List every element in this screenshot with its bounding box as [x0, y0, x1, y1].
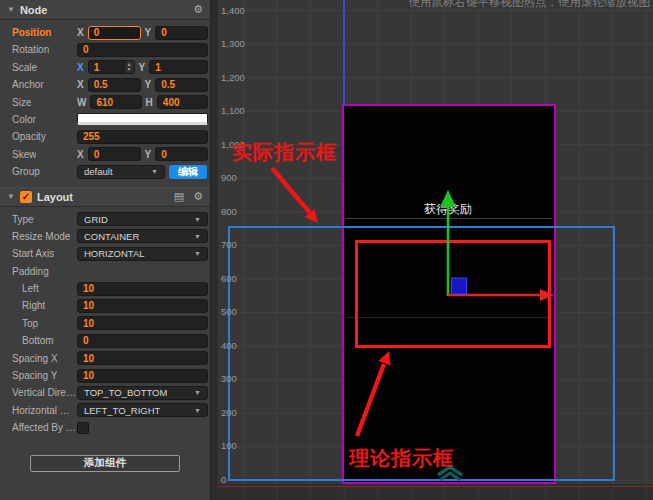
node-section-header[interactable]: ▼ Node ⚙	[0, 0, 210, 20]
annotation-arrowhead-icon	[305, 209, 318, 223]
layout-type-value: GRID	[84, 214, 108, 225]
start-axis-select[interactable]: HORIZONTAL ▼	[77, 247, 208, 261]
annotation-text-actual: 实际指示框	[232, 139, 337, 166]
anchor-y-input[interactable]	[155, 78, 208, 92]
spacing-y-input[interactable]	[77, 369, 208, 383]
gear-icon[interactable]: ⚙	[193, 4, 203, 15]
position-y-key: Y	[145, 27, 152, 38]
editor-window: ▼ Node ⚙ Position X Y Rotation	[0, 0, 653, 500]
opacity-row: Opacity	[0, 128, 210, 145]
layout-type-row: Type GRID ▼	[0, 211, 210, 228]
scale-y-input[interactable]	[149, 60, 208, 74]
position-y-input[interactable]	[155, 26, 208, 40]
padding-label: Padding	[12, 266, 49, 277]
skew-x-input[interactable]	[88, 147, 141, 161]
node-section-title: Node	[20, 4, 48, 16]
reward-label: 获得奖励	[422, 201, 474, 218]
padding-right-label: Right	[22, 300, 45, 311]
layout-type-select[interactable]: GRID ▼	[77, 212, 208, 226]
group-edit-button[interactable]: 编辑	[169, 165, 207, 179]
ruler-label: 400	[221, 340, 237, 351]
position-label: Position	[12, 27, 51, 38]
affected-by-scale-checkbox[interactable]	[77, 422, 89, 434]
gear-icon[interactable]: ⚙	[193, 191, 203, 202]
vertical-direction-row: Vertical Direction TOP_TO_BOTTOM ▼	[0, 384, 210, 401]
add-component-button[interactable]: 添加组件	[30, 455, 180, 472]
size-h-input[interactable]	[157, 95, 208, 109]
help-doc-icon[interactable]: ▤	[174, 191, 184, 202]
ruler-label: 700	[221, 239, 237, 250]
color-label: Color	[12, 114, 36, 125]
chevron-down-icon: ▼	[194, 389, 201, 396]
panel-divider[interactable]	[210, 0, 218, 500]
padding-left-input[interactable]	[77, 282, 208, 296]
ruler-label: 300	[221, 373, 237, 384]
chevron-down-icon: ▼	[194, 250, 201, 257]
skew-y-input[interactable]	[155, 147, 208, 161]
size-row: Size W H	[0, 94, 210, 111]
collapse-caret-icon[interactable]: ▼	[7, 192, 15, 201]
padding-row: Padding	[0, 263, 210, 280]
stepper-down-icon[interactable]: ▼	[127, 67, 132, 72]
scene-view[interactable]: 使用鼠标右键平移视图热点，使用滚轮缩放视图 1,400 1,300 1,200 …	[218, 0, 653, 500]
skew-row: Skew X Y	[0, 146, 210, 163]
spacing-x-input[interactable]	[77, 351, 208, 365]
scene-hint-text: 使用鼠标右键平移视图热点，使用滚轮缩放视图	[409, 0, 651, 10]
color-row: Color	[0, 111, 210, 128]
inspector-panel: ▼ Node ⚙ Position X Y Rotation	[0, 0, 210, 500]
opacity-input[interactable]	[77, 130, 208, 144]
skew-y-key: Y	[145, 149, 152, 160]
anchor-row: Anchor X Y	[0, 76, 210, 93]
scale-x-stepper[interactable]: ▲ ▼	[124, 61, 134, 73]
size-w-input[interactable]	[90, 95, 141, 109]
horizontal-direction-row: Horizontal Direc... LEFT_TO_RIGHT ▼	[0, 402, 210, 419]
ruler-label: 500	[221, 306, 237, 317]
opacity-label: Opacity	[12, 131, 46, 142]
padding-bottom-label: Bottom	[22, 335, 54, 346]
collapse-caret-icon[interactable]: ▼	[7, 5, 15, 14]
group-label: Group	[12, 166, 40, 177]
vertical-direction-label: Vertical Direction	[12, 387, 76, 398]
vertical-direction-select[interactable]: TOP_TO_BOTTOM ▼	[77, 386, 208, 400]
rotation-label: Rotation	[12, 44, 49, 55]
start-axis-label: Start Axis	[12, 248, 54, 259]
horizontal-direction-select[interactable]: LEFT_TO_RIGHT ▼	[77, 403, 208, 417]
node-properties: Position X Y Rotation Scale X	[0, 20, 210, 183]
scale-y-key: Y	[139, 62, 146, 73]
world-x-axis-line	[218, 486, 653, 488]
position-x-input[interactable]	[88, 26, 141, 40]
color-swatch[interactable]	[77, 113, 208, 125]
position-row: Position X Y	[0, 24, 210, 41]
group-select[interactable]: default ▼	[77, 165, 165, 179]
padding-right-row: Right	[0, 297, 210, 314]
ruler-label: 0	[221, 474, 226, 485]
chevron-down-icon: ▼	[194, 216, 201, 223]
world-y-axis-line	[343, 0, 345, 106]
chevron-down-icon: ▼	[151, 168, 158, 175]
theoretical-indicator-frame	[355, 240, 551, 348]
padding-bottom-input[interactable]	[77, 334, 208, 348]
ruler-label: 800	[221, 206, 237, 217]
scale-x-key: X	[77, 62, 84, 73]
skew-label: Skew	[12, 149, 36, 160]
chevron-down-icon: ▼	[194, 233, 201, 240]
horizontal-direction-label: Horizontal Direc...	[12, 405, 76, 416]
ruler-label: 200	[221, 407, 237, 418]
affected-by-scale-label: Affected By Scale	[12, 422, 76, 433]
layout-enabled-checkbox[interactable]: ✓	[20, 191, 32, 203]
padding-top-input[interactable]	[77, 316, 208, 330]
spacing-x-label: Spacing X	[12, 353, 58, 364]
ruler-label: 900	[221, 172, 237, 183]
layout-section-header[interactable]: ▼ ✓ Layout ▤ ⚙	[0, 187, 210, 207]
group-select-value: default	[84, 166, 113, 177]
start-axis-value: HORIZONTAL	[84, 248, 145, 259]
padding-right-input[interactable]	[77, 299, 208, 313]
skew-x-key: X	[77, 149, 84, 160]
anchor-x-input[interactable]	[88, 78, 141, 92]
spacing-y-label: Spacing Y	[12, 370, 57, 381]
padding-bottom-row: Bottom	[0, 332, 210, 349]
layout-type-label: Type	[12, 214, 34, 225]
rotation-row: Rotation	[0, 41, 210, 58]
rotation-input[interactable]	[77, 43, 208, 57]
resize-mode-select[interactable]: CONTAINER ▼	[77, 229, 208, 243]
